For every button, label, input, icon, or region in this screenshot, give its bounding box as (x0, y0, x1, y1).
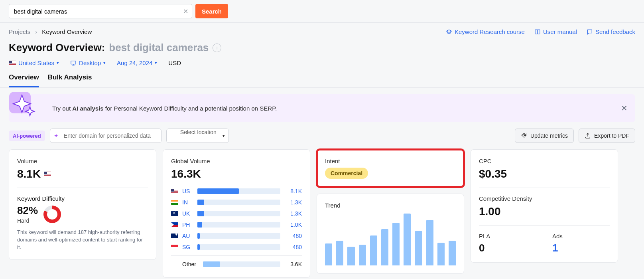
update-metrics-label: Update metrics (530, 133, 568, 139)
keyword-search-input[interactable] (9, 4, 192, 18)
us-flag-icon (171, 189, 178, 194)
kd-label: Keyword Difficulty (17, 195, 148, 202)
add-keyword-button[interactable]: + (213, 44, 221, 52)
sparkle-icon (9, 92, 41, 124)
global-volume-row[interactable]: UK1.3K (171, 208, 302, 219)
refresh-icon (521, 133, 527, 139)
global-volume-row[interactable]: US8.1K (171, 186, 302, 196)
trend-bar (437, 243, 445, 265)
trend-bar (404, 214, 411, 265)
global-volume-row[interactable]: IN1.3K (171, 197, 302, 208)
date-filter-label: Aug 24, 2024 (117, 59, 152, 66)
device-filter[interactable]: Desktop ▾ (70, 59, 106, 66)
ph-flag-icon (171, 222, 178, 227)
chat-icon (587, 29, 593, 35)
cpc-value: $0.35 (479, 168, 610, 180)
intent-badge: Commercial (325, 168, 368, 179)
help-links: Keyword Research course User manual Send… (446, 28, 635, 35)
card-cpc-cd-pla-ads: CPC $0.35 Competitive Density 1.00 PLA 0… (471, 149, 618, 263)
other-volume: 3.6K (284, 261, 302, 267)
volume-bar (197, 211, 280, 216)
country-volume: 1.3K (284, 210, 302, 217)
currency-label: USD (168, 59, 181, 66)
kd-level: Hard (17, 218, 38, 224)
global-volume-row[interactable]: SG480 (171, 242, 302, 252)
cards-grid: Volume 8.1K Keyword Difficulty 82% Hard … (0, 143, 644, 279)
banner-icon-wrap (16, 94, 52, 122)
feedback-link[interactable]: Send feedback (587, 28, 635, 35)
banner-bold: AI analysis (72, 105, 103, 112)
upload-icon (585, 133, 591, 139)
trend-bar (392, 223, 400, 265)
desktop-icon (70, 60, 77, 66)
trend-bar (426, 220, 433, 265)
breadcrumb-root[interactable]: Projects (9, 28, 30, 35)
chevron-down-icon: ▾ (155, 60, 157, 65)
country-filter[interactable]: United States ▾ (9, 59, 59, 66)
date-filter[interactable]: Aug 24, 2024 ▾ (117, 59, 157, 66)
clear-search-icon[interactable]: ✕ (183, 8, 188, 15)
sg-flag-icon (171, 245, 178, 249)
manual-link[interactable]: User manual (534, 28, 577, 35)
cd-value: 1.00 (479, 205, 610, 218)
au-flag-icon (171, 233, 178, 238)
card-trend: Trend (317, 194, 464, 274)
country-code: SG (182, 244, 193, 250)
trend-label: Trend (325, 202, 456, 209)
global-volume-value: 16.3K (171, 168, 302, 180)
ai-banner: Try out AI analysis for Personal Keyword… (9, 94, 635, 122)
banner-close-icon[interactable]: ✕ (621, 103, 628, 113)
country-code: IN (182, 199, 193, 206)
update-metrics-button[interactable]: Update metrics (515, 129, 574, 143)
banner-text: Try out AI analysis for Personal Keyword… (52, 105, 277, 112)
banner-suffix: for Personal Keyword Difficulty and a po… (104, 105, 277, 112)
chevron-down-icon: ▾ (223, 133, 225, 139)
card-intent: Intent Commercial (317, 149, 464, 187)
course-link-label: Keyword Research course (455, 28, 525, 35)
country-code: PH (182, 222, 193, 228)
trend-bar (381, 229, 388, 265)
ads-value[interactable]: 1 (552, 242, 610, 254)
trend-chart (325, 214, 456, 265)
volume-bar (197, 244, 280, 250)
global-volume-other-row: Other3.6K (171, 259, 302, 269)
global-volume-row[interactable]: AU480 (171, 231, 302, 241)
volume-bar (197, 233, 280, 239)
keyword-value: best digital cameras (109, 42, 209, 54)
location-select[interactable]: Select location (166, 129, 229, 143)
tab-bulk-analysis[interactable]: Bulk Analysis (48, 73, 92, 87)
export-pdf-label: Export to PDF (594, 133, 629, 139)
feedback-link-label: Send feedback (595, 28, 635, 35)
tab-overview[interactable]: Overview (9, 73, 39, 87)
sparkle-small-icon: ✦ (54, 133, 59, 139)
export-pdf-button[interactable]: Export to PDF (579, 129, 635, 143)
cpc-label: CPC (479, 158, 610, 164)
pla-label: PLA (479, 233, 536, 239)
course-link[interactable]: Keyword Research course (446, 28, 525, 35)
search-button[interactable]: Search (195, 4, 228, 18)
chevron-right-icon: › (35, 28, 37, 35)
col-intent-trend: Intent Commercial Trend (317, 149, 464, 274)
toolbar-row: AI-powered ✦ Select location ▾ Update me… (0, 122, 644, 143)
uk-flag-icon (171, 211, 178, 216)
country-code: UK (182, 210, 193, 217)
country-volume: 480 (284, 244, 302, 250)
pla-ads-row: PLA 0 Ads 1 (479, 233, 610, 254)
graduation-cap-icon (446, 29, 452, 35)
country-filter-label: United States (18, 59, 54, 66)
in-flag-icon (171, 200, 178, 205)
device-filter-label: Desktop (79, 59, 101, 66)
us-flag-icon (9, 61, 16, 65)
ads-label: Ads (552, 233, 610, 239)
global-volume-list: US8.1KIN1.3KUK1.3KPH1.0KAU480SG480Other3… (171, 186, 302, 269)
volume-value-row: 8.1K (17, 168, 148, 180)
volume-value: 8.1K (17, 168, 41, 180)
global-volume-row[interactable]: PH1.0K (171, 220, 302, 230)
country-volume: 480 (284, 233, 302, 239)
card-global-volume: Global Volume 16.3K US8.1KIN1.3KUK1.3KPH… (163, 149, 310, 278)
manual-link-label: User manual (543, 28, 577, 35)
kd-percent: 82% (17, 204, 38, 217)
volume-label: Volume (17, 158, 148, 164)
book-icon (534, 29, 541, 35)
domain-input[interactable] (50, 129, 161, 143)
